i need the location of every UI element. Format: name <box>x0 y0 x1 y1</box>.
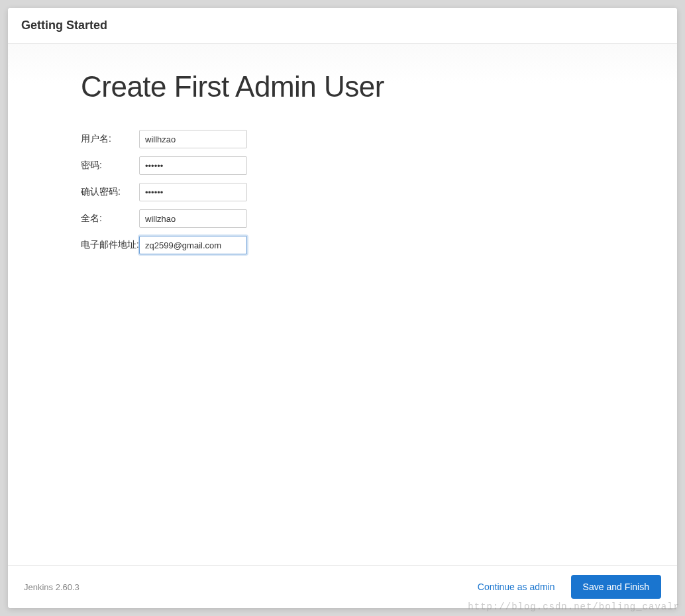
form-row-fullname: 全名: <box>81 209 247 228</box>
continue-as-admin-link[interactable]: Continue as admin <box>478 582 555 592</box>
admin-user-form: 用户名: 密码: 确认密码: 全名: 电子邮件地址: <box>81 122 247 262</box>
email-label: 电子邮件地址: <box>81 236 139 254</box>
email-input[interactable] <box>139 236 247 254</box>
modal-header: Getting Started <box>8 8 677 44</box>
username-label: 用户名: <box>81 130 139 148</box>
username-input[interactable] <box>139 130 247 148</box>
fullname-input[interactable] <box>139 209 247 228</box>
modal-footer: Jenkins 2.60.3 Continue as admin Save an… <box>8 565 677 608</box>
confirm-password-input[interactable] <box>139 183 247 201</box>
modal-body: Create First Admin User 用户名: 密码: 确认密码: 全… <box>8 44 677 565</box>
setup-wizard-modal: Getting Started Create First Admin User … <box>8 8 677 608</box>
page-title: Create First Admin User <box>81 70 604 103</box>
confirm-password-label: 确认密码: <box>81 183 139 201</box>
form-row-password: 密码: <box>81 156 247 175</box>
form-row-confirm-password: 确认密码: <box>81 183 247 201</box>
password-input[interactable] <box>139 156 247 175</box>
modal-header-title: Getting Started <box>21 19 664 32</box>
form-row-username: 用户名: <box>81 130 247 148</box>
fullname-label: 全名: <box>81 209 139 228</box>
form-row-email: 电子邮件地址: <box>81 236 247 254</box>
password-label: 密码: <box>81 156 139 175</box>
version-text: Jenkins 2.60.3 <box>24 582 79 592</box>
footer-actions: Continue as admin Save and Finish <box>478 575 661 599</box>
save-and-finish-button[interactable]: Save and Finish <box>571 575 661 599</box>
